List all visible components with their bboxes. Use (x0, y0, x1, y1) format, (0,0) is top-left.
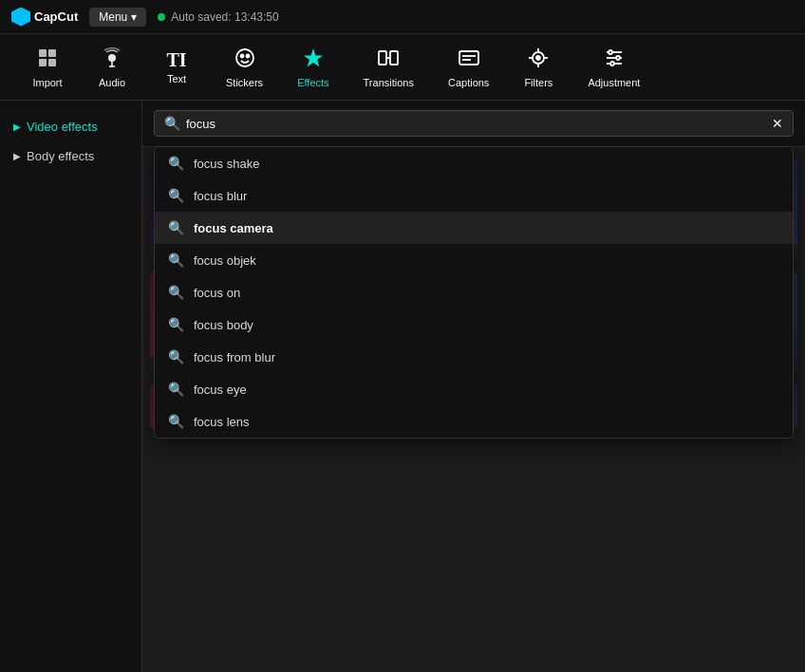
search-icon-3: 🔍 (168, 220, 184, 235)
svg-point-27 (616, 56, 620, 60)
filters-label: Filters (524, 77, 552, 88)
search-icon: 🔍 (164, 116, 180, 131)
svg-rect-1 (48, 49, 56, 57)
ac-text-5: focus on (194, 286, 240, 300)
logo: CapCut (11, 8, 78, 27)
svg-rect-11 (379, 51, 386, 65)
svg-point-18 (536, 56, 540, 60)
transitions-icon (377, 47, 400, 73)
top-bar: CapCut Menu ▾ Auto saved: 13:43:50 (0, 0, 805, 34)
search-icon-2: 🔍 (168, 188, 184, 203)
svg-point-4 (108, 54, 116, 62)
svg-rect-12 (390, 51, 398, 65)
toolbar-import[interactable]: Import (19, 41, 76, 94)
sidebar-item-body-effects[interactable]: ▶ Body effects (0, 141, 141, 171)
auto-saved: Auto saved: 13:43:50 (158, 10, 278, 24)
logo-text: CapCut (34, 9, 78, 24)
filters-icon (527, 47, 550, 73)
ac-text-1: focus shake (194, 157, 259, 171)
search-input[interactable] (186, 117, 766, 131)
autocomplete-focus-from-blur[interactable]: 🔍 focus from blur (155, 341, 793, 373)
toolbar-stickers[interactable]: Stickers (213, 41, 276, 94)
ac-text-6: focus body (194, 318, 253, 332)
body-effects-label: Body effects (27, 149, 94, 163)
toolbar-adjustment[interactable]: Adjustment (574, 41, 653, 94)
svg-rect-0 (39, 49, 47, 57)
adjustment-icon (603, 47, 626, 73)
autocomplete-focus-lens[interactable]: 🔍 focus lens (155, 405, 793, 438)
effects-icon (302, 47, 325, 73)
toolbar-captions[interactable]: Captions (435, 41, 502, 94)
video-effects-arrow: ▶ (13, 121, 21, 132)
search-icon-6: 🔍 (168, 317, 184, 332)
svg-point-26 (608, 50, 612, 54)
captions-label: Captions (448, 77, 489, 88)
toolbar-text[interactable]: TI Text (148, 45, 205, 90)
svg-rect-14 (459, 51, 478, 65)
toolbar: Import Audio TI Text Sticker (0, 34, 805, 101)
transitions-label: Transitions (364, 77, 414, 88)
stickers-icon (234, 47, 256, 73)
import-label: Import (32, 77, 62, 88)
saved-dot (158, 13, 165, 21)
ac-text-4: focus objek (194, 253, 256, 268)
body-effects-arrow: ▶ (13, 151, 21, 161)
search-icon-9: 🔍 (168, 414, 184, 429)
menu-arrow: ▾ (131, 10, 137, 24)
svg-point-28 (610, 62, 614, 65)
autocomplete-focus-objek[interactable]: 🔍 focus objek (155, 244, 793, 276)
toolbar-transitions[interactable]: Transitions (350, 41, 427, 94)
search-icon-1: 🔍 (168, 156, 184, 171)
menu-label: Menu (99, 10, 127, 24)
autocomplete-focus-camera[interactable]: 🔍 focus camera (155, 212, 793, 244)
effects-label: Effects (297, 77, 328, 88)
autocomplete-focus-body[interactable]: 🔍 focus body (155, 308, 793, 341)
import-icon (36, 47, 59, 73)
text-icon: TI (166, 50, 186, 69)
search-clear-button[interactable]: ✕ (772, 116, 783, 131)
text-label: Text (167, 73, 186, 84)
toolbar-filters[interactable]: Filters (510, 41, 567, 94)
logo-icon (11, 8, 30, 27)
video-effects-label: Video effects (27, 120, 98, 134)
ac-text-7: focus from blur (194, 350, 275, 364)
svg-point-8 (240, 54, 243, 57)
autocomplete-dropdown: 🔍 focus shake 🔍 focus blur 🔍 focus camer… (154, 146, 794, 439)
autocomplete-focus-blur[interactable]: 🔍 focus blur (155, 179, 793, 212)
menu-button[interactable]: Menu ▾ (89, 8, 146, 27)
autocomplete-focus-eye[interactable]: 🔍 focus eye (155, 373, 793, 405)
search-icon-5: 🔍 (168, 285, 184, 300)
main-area: ▶ Video effects ▶ Body effects 🔍 ✕ 🔍 foc… (0, 101, 805, 672)
svg-marker-10 (304, 48, 323, 67)
ac-text-2: focus blur (194, 189, 247, 203)
adjustment-label: Adjustment (588, 77, 640, 88)
sidebar-item-video-effects[interactable]: ▶ Video effects (0, 112, 141, 141)
sidebar: ▶ Video effects ▶ Body effects (0, 101, 142, 672)
ac-text-3: focus camera (194, 221, 273, 235)
svg-point-7 (236, 49, 253, 66)
search-icon-4: 🔍 (168, 252, 184, 268)
svg-rect-2 (39, 59, 47, 66)
content-area: 🔍 ✕ 🔍 focus shake 🔍 focus blur 🔍 focus c… (142, 101, 805, 672)
stickers-label: Stickers (226, 77, 263, 88)
ac-text-9: focus lens (194, 415, 250, 429)
audio-label: Audio (99, 77, 125, 88)
captions-icon (458, 47, 480, 73)
auto-saved-text: Auto saved: 13:43:50 (171, 10, 278, 24)
audio-icon (101, 47, 123, 73)
svg-rect-3 (48, 59, 56, 66)
autocomplete-focus-on[interactable]: 🔍 focus on (155, 276, 793, 308)
toolbar-effects[interactable]: Effects (284, 41, 342, 94)
toolbar-audio[interactable]: Audio (84, 41, 140, 94)
search-input-wrap: 🔍 ✕ (154, 110, 794, 137)
ac-text-8: focus eye (194, 383, 247, 397)
search-container: 🔍 ✕ 🔍 focus shake 🔍 focus blur 🔍 focus c… (142, 101, 805, 147)
svg-point-9 (246, 54, 249, 57)
autocomplete-focus-shake[interactable]: 🔍 focus shake (155, 147, 793, 179)
search-icon-7: 🔍 (168, 349, 184, 364)
search-icon-8: 🔍 (168, 382, 184, 397)
